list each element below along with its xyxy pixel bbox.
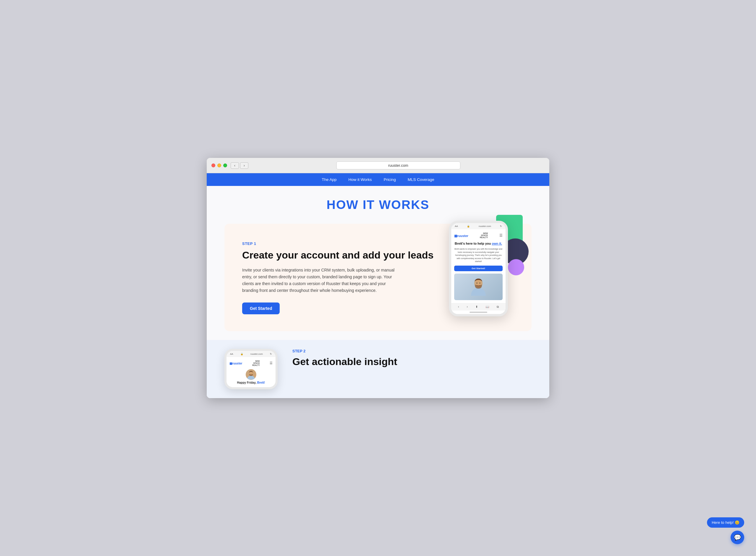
step2-avatar-row (229, 369, 272, 380)
phone-content: ▩ruuster NEWSPACEREALTY ☰ Brett's here t… (451, 229, 505, 303)
svg-point-3 (480, 282, 481, 283)
phone-logo-row: ▩ruuster NEWSPACEREALTY ☰ (454, 232, 503, 239)
step2-lock: 🔒 (240, 353, 243, 355)
phone-status-bar: AA 🔒 ruuster.com ↻ (451, 223, 505, 229)
browser-chrome: ‹ › ruuster.com (207, 158, 549, 173)
nav-how-it-works[interactable]: How it Works (349, 177, 372, 182)
phone-tabs-icon[interactable]: ⧉ (497, 305, 499, 309)
step2-logo: ▩ruuster (229, 360, 242, 366)
phone-headline: Brett's here to help you own it. (454, 241, 503, 246)
step2-partner: NEWSPACEREALTY (252, 360, 260, 366)
phone-address-small: ruuster.com (479, 225, 491, 228)
close-button[interactable] (211, 164, 215, 167)
step2-phone: AA 🔒 ruuster.com ↻ ▩ruuster NEWSPACEREAL… (224, 349, 281, 389)
step2-greeting: Happy Friday, Brett! (229, 381, 272, 384)
step1-phone-area: AA 🔒 ruuster.com ↻ ▩ruuster NEWSPACEREAL… (449, 221, 514, 316)
chat-icon-button[interactable]: 💬 (731, 531, 744, 544)
phone-logo: ▩ruuster (454, 233, 468, 238)
minimize-button[interactable] (217, 164, 221, 167)
step2-status-left: AA (230, 353, 233, 355)
step2-text: STEP 2 Get actionable insight (292, 349, 532, 368)
step2-name: Brett! (257, 381, 265, 384)
phone-bookmark-icon[interactable]: 📖 (486, 305, 489, 308)
svg-point-2 (476, 282, 478, 283)
phone-lock-icon: 🔒 (467, 225, 470, 228)
traffic-lights (211, 164, 227, 167)
phone-back-icon[interactable]: ‹ (458, 305, 459, 308)
maximize-button[interactable] (223, 164, 227, 167)
address-bar[interactable]: ruuster.com (336, 162, 460, 169)
step1-heading: Create your account and add your leads (242, 249, 437, 261)
step2-phone-content: ▩ruuster NEWSPACEREALTY ☰ (227, 357, 275, 387)
phone-status-left: AA (455, 225, 458, 228)
step2-status-bar: AA 🔒 ruuster.com ↻ (227, 351, 275, 357)
step2-label: STEP 2 (292, 349, 532, 353)
phone-partner-logo: NEWSPACEREALTY (480, 232, 488, 239)
chat-widget: Here to help! 😊 💬 (707, 517, 744, 544)
phone-avatar (454, 274, 503, 300)
step2-phone-frame: AA 🔒 ruuster.com ↻ ▩ruuster NEWSPACEREAL… (224, 349, 277, 389)
step2-reload: ↻ (270, 353, 272, 355)
nav-pricing[interactable]: Pricing (384, 177, 396, 182)
step2-heading: Get actionable insight (292, 356, 532, 368)
step2-avatar-img (246, 369, 256, 380)
step2-address: ruuster.com (251, 353, 263, 355)
step2-logo-row: ▩ruuster NEWSPACEREALTY ☰ (229, 360, 272, 366)
nav-buttons: ‹ › (231, 162, 249, 169)
step1-label: STEP 1 (242, 241, 437, 246)
phone-forward-icon[interactable]: › (467, 305, 467, 308)
page-title: HOW IT WORKS (207, 198, 549, 212)
phone-bottom-bar: ‹ › ⬆ 📖 ⧉ (451, 303, 505, 310)
step1-phone-frame: AA 🔒 ruuster.com ↻ ▩ruuster NEWSPACEREAL… (449, 221, 508, 316)
phone-subtext: Brett wants to empower you with the know… (454, 248, 503, 263)
step1-card: STEP 1 Create your account and add your … (224, 224, 532, 331)
phone-reload-icon: ↻ (500, 225, 502, 228)
step1-body: Invite your clients via integrations int… (242, 267, 396, 294)
main-content: HOW IT WORKS STEP 1 Create your account … (207, 186, 549, 398)
site-nav: The App How it Works Pricing MLS Coverag… (207, 173, 549, 186)
nav-mls-coverage[interactable]: MLS Coverage (407, 177, 434, 182)
nav-the-app[interactable]: The App (322, 177, 337, 182)
phone-cta-button[interactable]: Get Started! (454, 266, 503, 271)
browser-window: ‹ › ruuster.com The App How it Works Pri… (207, 158, 549, 398)
phone-bg-purple (508, 259, 524, 275)
chat-bubble[interactable]: Here to help! 😊 (707, 517, 744, 528)
forward-button[interactable]: › (240, 162, 249, 169)
phone-menu-icon[interactable]: ☰ (499, 234, 503, 238)
step2-menu-icon[interactable]: ☰ (270, 361, 272, 365)
phone-share-icon[interactable]: ⬆ (475, 305, 478, 308)
back-button[interactable]: ‹ (231, 162, 239, 169)
step1-cta-button[interactable]: Get Started (242, 303, 280, 314)
step1-text: STEP 1 Create your account and add your … (242, 239, 437, 314)
step2-section: AA 🔒 ruuster.com ↻ ▩ruuster NEWSPACEREAL… (207, 340, 549, 398)
home-bar (469, 312, 487, 313)
phone-home-indicator (451, 310, 505, 314)
